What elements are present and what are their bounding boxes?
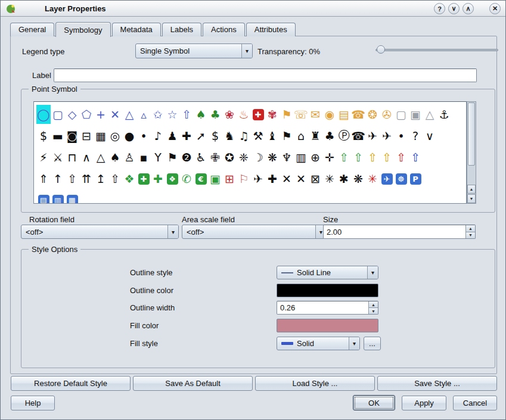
symbol-item[interactable]: ⇧ bbox=[108, 169, 122, 188]
symbol-item[interactable]: ⇈ bbox=[79, 169, 94, 188]
chevron-down-icon[interactable]: ▾ bbox=[367, 266, 378, 279]
titlebar-maximize-icon[interactable]: ∧ bbox=[462, 3, 474, 14]
symbol-item[interactable]: ? bbox=[408, 126, 423, 145]
symbol-item[interactable]: ❋ bbox=[351, 169, 365, 188]
symbol-item[interactable]: ⇧ bbox=[337, 148, 351, 167]
symbol-item[interactable]: ⚓ bbox=[437, 105, 451, 124]
symbol-item[interactable]: ❖ bbox=[122, 169, 136, 188]
symbol-item[interactable]: △ bbox=[122, 105, 136, 124]
spin-up-icon[interactable]: ▲ bbox=[369, 301, 378, 307]
symbol-item[interactable]: ✚ bbox=[179, 126, 194, 145]
scrollbar-thumb[interactable] bbox=[468, 102, 475, 166]
symbol-item[interactable]: ❷ bbox=[179, 148, 194, 167]
symbol-item[interactable]: € bbox=[194, 169, 208, 188]
symbol-item[interactable]: ⇧ bbox=[351, 148, 365, 167]
outline-style-combo[interactable]: Solid Line ▾ bbox=[277, 266, 378, 279]
symbol-item[interactable]: ✚ bbox=[265, 169, 280, 188]
symbol-item[interactable]: ☸ bbox=[394, 169, 408, 188]
titlebar-close-icon[interactable]: ✕ bbox=[489, 3, 501, 14]
symbol-item[interactable]: ✕ bbox=[294, 169, 308, 188]
symbol-item[interactable]: • bbox=[136, 126, 151, 145]
symbol-item[interactable]: • bbox=[394, 126, 408, 145]
symbol-item[interactable]: ✉ bbox=[308, 105, 322, 124]
symbol-item[interactable]: ❈ bbox=[237, 148, 251, 167]
symbol-item[interactable]: ✚ bbox=[136, 169, 151, 188]
chevron-down-icon[interactable]: ▾ bbox=[167, 225, 178, 238]
titlebar-help-icon[interactable]: ? bbox=[434, 3, 445, 14]
symbol-list-scrollbar[interactable]: ▲ ▼ bbox=[467, 101, 476, 204]
chevron-down-icon[interactable]: ▾ bbox=[241, 44, 252, 58]
symbol-item[interactable]: ▣ bbox=[408, 105, 423, 124]
outline-color-swatch[interactable] bbox=[277, 284, 378, 297]
symbol-item[interactable]: ♆ bbox=[280, 148, 294, 167]
symbol-item[interactable]: $ bbox=[208, 126, 222, 145]
symbol-item[interactable]: ✳ bbox=[322, 169, 337, 188]
size-spinbox[interactable]: 2.00 ▲ ▼ bbox=[323, 225, 476, 239]
symbol-item[interactable]: ⚑ bbox=[165, 148, 179, 167]
symbol-item[interactable]: ➚ bbox=[194, 126, 208, 145]
symbol-item[interactable]: ⬠ bbox=[79, 105, 94, 124]
symbol-item[interactable]: ♠ bbox=[108, 148, 122, 167]
symbol-item[interactable]: ✾ bbox=[265, 105, 280, 124]
symbol-item[interactable]: ⊓ bbox=[65, 148, 79, 167]
symbol-item[interactable]: ☽ bbox=[251, 148, 265, 167]
symbol-item[interactable]: ✱ bbox=[337, 169, 351, 188]
symbol-item[interactable]: △ bbox=[423, 105, 437, 124]
tab-labels[interactable]: Labels bbox=[162, 23, 201, 36]
symbol-item[interactable]: ♿ bbox=[194, 148, 208, 167]
symbol-item[interactable]: ♠ bbox=[194, 105, 208, 124]
symbol-item[interactable]: ✚ bbox=[151, 169, 165, 188]
symbol-item[interactable]: ⊠ bbox=[308, 169, 322, 188]
symbol-item[interactable]: ⇧ bbox=[65, 169, 79, 188]
spin-up-icon[interactable]: ▲ bbox=[466, 225, 475, 232]
symbol-item[interactable]: ♨ bbox=[237, 105, 251, 124]
symbol-item[interactable]: ❀ bbox=[222, 105, 237, 124]
symbol-item[interactable]: ⊟ bbox=[79, 126, 94, 145]
symbol-item[interactable]: + bbox=[94, 105, 108, 124]
symbol-item[interactable]: ▣ bbox=[208, 169, 222, 188]
symbol-item[interactable]: ✙ bbox=[208, 148, 222, 167]
symbol-item[interactable]: ▥ bbox=[294, 148, 308, 167]
symbol-item[interactable]: $ bbox=[36, 126, 51, 145]
symbol-item[interactable]: ⚑ bbox=[280, 105, 294, 124]
symbol-item[interactable]: Ⓟ bbox=[337, 126, 351, 145]
symbol-item[interactable]: ♫ bbox=[237, 126, 251, 145]
symbol-item[interactable]: P bbox=[408, 169, 423, 188]
rotation-field-combo[interactable]: <off> ▾ bbox=[21, 225, 179, 239]
symbol-item[interactable]: ⊞ bbox=[222, 169, 237, 188]
symbol-item[interactable]: ✈ bbox=[380, 126, 394, 145]
symbol-item[interactable]: ∧ bbox=[79, 148, 94, 167]
spin-down-icon[interactable]: ▼ bbox=[466, 232, 475, 239]
symbol-item[interactable]: ✳ bbox=[365, 169, 380, 188]
symbol-item[interactable]: Y bbox=[151, 148, 165, 167]
symbol-item[interactable]: ⚡ bbox=[36, 148, 51, 167]
symbol-item[interactable]: ⌂ bbox=[294, 126, 308, 145]
symbol-item[interactable]: ⚐ bbox=[237, 169, 251, 188]
symbol-item[interactable]: ♣ bbox=[322, 126, 337, 145]
restore-default-style-button[interactable]: Restore Default Style bbox=[11, 376, 131, 391]
transparency-slider[interactable] bbox=[375, 44, 498, 56]
save-as-default-button[interactable]: Save As Default bbox=[133, 376, 253, 391]
symbol-item[interactable]: ❋ bbox=[265, 148, 280, 167]
symbol-item[interactable]: ⚑ bbox=[280, 126, 294, 145]
symbol-item[interactable]: ✪ bbox=[222, 148, 237, 167]
symbol-item[interactable]: ⇧ bbox=[365, 148, 380, 167]
tab-attributes[interactable]: Attributes bbox=[246, 23, 296, 36]
symbol-item[interactable]: ⇧ bbox=[408, 148, 423, 167]
symbol-item[interactable]: ♟ bbox=[165, 126, 179, 145]
scroll-up-icon[interactable]: ▲ bbox=[467, 185, 476, 194]
titlebar-shade-icon[interactable]: ∨ bbox=[448, 3, 460, 14]
symbol-item[interactable]: ▵ bbox=[136, 105, 151, 124]
symbol-item[interactable]: ⇧ bbox=[394, 148, 408, 167]
slider-handle[interactable] bbox=[377, 45, 385, 54]
symbol-item[interactable]: ▤ bbox=[36, 191, 51, 204]
symbol-item[interactable]: ☆ bbox=[165, 105, 179, 124]
symbol-item[interactable]: ▥ bbox=[51, 191, 65, 204]
symbol-item[interactable]: ◯ bbox=[36, 105, 51, 124]
symbol-item[interactable]: ⇧ bbox=[179, 105, 194, 124]
symbol-item[interactable]: ✆ bbox=[179, 169, 194, 188]
label-input[interactable] bbox=[54, 69, 477, 82]
symbol-item[interactable]: ♜ bbox=[308, 126, 322, 145]
symbol-item[interactable]: ↑ bbox=[51, 169, 65, 188]
symbol-item[interactable]: ✩ bbox=[151, 105, 165, 124]
